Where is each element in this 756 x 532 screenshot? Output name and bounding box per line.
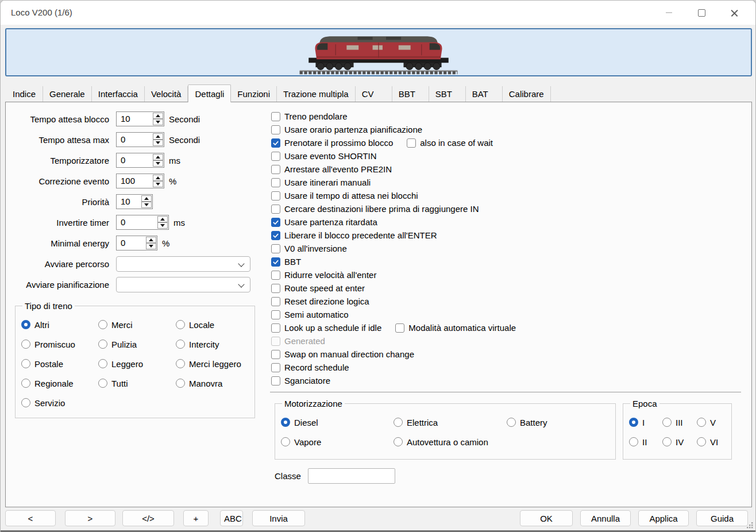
tempo-attesa-blocco-spinner[interactable]: 10 <box>116 111 164 126</box>
ok-button[interactable]: OK <box>520 510 573 526</box>
checkbox-generated[interactable]: Generated <box>271 336 325 346</box>
checkbox-v0-all-inversione[interactable]: V0 all'inversione <box>271 244 347 253</box>
minimal-energy-spinner[interactable]: 0 <box>116 236 157 250</box>
tab-dettagli[interactable]: Dettagli <box>188 84 231 102</box>
checkbox-sganciatore[interactable]: Sganciatore <box>271 376 330 385</box>
tab-bbt[interactable]: BBT <box>392 86 429 102</box>
spin-down-button[interactable] <box>146 243 156 249</box>
i-radio-label: I <box>642 418 645 427</box>
checkbox-usare-itinerari-manuali[interactable]: Usare itinerari manuali <box>271 178 371 187</box>
tab-bat[interactable]: BAT <box>466 86 503 102</box>
radio-diesel[interactable]: Diesel <box>281 417 394 428</box>
tab-funzioni[interactable]: Funzioni <box>231 86 277 102</box>
spin-up-button[interactable] <box>146 237 156 243</box>
spin-down-button[interactable] <box>153 181 163 187</box>
radio-vapore[interactable]: Vapore <box>281 436 394 448</box>
spin-up-button[interactable] <box>153 175 163 181</box>
resize-grip[interactable] <box>745 520 754 529</box>
radio-i[interactable]: I <box>629 417 662 428</box>
checkbox-usare-il-tempo-di-attesa-nei-blocchi[interactable]: Usare il tempo di attesa nei blocchi <box>271 191 418 201</box>
classe-input[interactable] <box>308 468 395 484</box>
radio-locale[interactable]: Locale <box>176 319 249 330</box>
radio-servizio[interactable]: Servizio <box>21 397 98 408</box>
temporizzatore-spinner[interactable]: 0 <box>116 153 164 168</box>
minimize-button[interactable] <box>653 1 685 25</box>
tempo-attesa-max-spinner[interactable]: 0 <box>116 132 164 147</box>
tab-velocit[interactable]: Velocità <box>145 86 188 102</box>
radio-postale[interactable]: Postale <box>21 358 98 369</box>
radio-regionale[interactable]: Regionale <box>21 377 98 389</box>
checkbox-usare-orario-partenza-pianificazione[interactable]: Usare orario partenza pianificazione <box>271 125 422 134</box>
radio-v[interactable]: V <box>697 417 726 428</box>
radio-merci[interactable]: Merci <box>98 319 176 330</box>
checkbox-reset-direzione-logica[interactable]: Reset direzione logica <box>271 296 369 306</box>
annulla-button[interactable]: Annulla <box>580 510 631 526</box>
tab-trazione-multipla[interactable]: Trazione multipla <box>277 86 356 102</box>
radio-merci-leggero[interactable]: Merci leggero <box>176 358 249 369</box>
checkbox-bbt[interactable]: BBT <box>271 257 301 267</box>
radio-battery[interactable]: Battery <box>507 417 610 428</box>
checkbox-usare-partenza-ritardata[interactable]: Usare partenza ritardata <box>271 217 377 227</box>
checkbox-modalit-automatica-virtuale[interactable]: Modalità automatica virtuale <box>395 323 516 333</box>
radio-iv[interactable]: IV <box>662 436 697 448</box>
radio-altri[interactable]: Altri <box>21 319 98 330</box>
checkbox-treno-pendolare[interactable]: Treno pendolare <box>271 111 348 121</box>
close-button[interactable] <box>718 1 751 25</box>
checkbox-look-up-a-schedule-if-idle[interactable]: Look up a schedule if idle <box>271 323 381 333</box>
priorit-spinner[interactable]: 10 <box>116 194 153 209</box>
radio-vi[interactable]: VI <box>697 436 726 448</box>
invertire-timer-spinner[interactable]: 0 <box>116 215 169 230</box>
guida-button[interactable]: Guida <box>696 510 748 526</box>
radio-iii[interactable]: III <box>662 417 697 428</box>
prev-loco-button[interactable]: < <box>5 510 56 526</box>
tab-calibrare[interactable]: Calibrare <box>503 86 551 102</box>
radio-promiscuo[interactable]: Promiscuo <box>21 338 98 350</box>
vapore-radio-icon <box>281 437 290 446</box>
radio-manovra[interactable]: Manovra <box>176 377 249 389</box>
radio-leggero[interactable]: Leggero <box>98 358 176 369</box>
radio-autovettura-o-camion[interactable]: Autovettura o camion <box>394 436 507 448</box>
spin-down-button[interactable] <box>157 222 168 229</box>
tab-cv[interactable]: CV <box>356 86 392 102</box>
checkbox-liberare-il-blocco-precedente-all-enter[interactable]: Liberare il blocco precedente all'ENTER <box>271 230 437 240</box>
avviare-pianificazione-dropdown[interactable] <box>116 277 250 292</box>
next-loco-button[interactable]: > <box>65 510 115 526</box>
tab-sbt[interactable]: SBT <box>429 86 466 102</box>
radio-intercity[interactable]: Intercity <box>176 338 249 350</box>
avviare-percorso-dropdown[interactable] <box>116 256 250 272</box>
tab-interfaccia[interactable]: Interfaccia <box>92 86 145 102</box>
spin-down-button[interactable] <box>153 160 163 167</box>
spin-down-button[interactable] <box>153 119 163 125</box>
correzione-evento-spinner[interactable]: 100 <box>116 174 164 188</box>
invia-button[interactable]: Invia <box>252 510 305 526</box>
applica-button[interactable]: Applica <box>638 510 689 526</box>
checkbox-semi-automatico[interactable]: Semi automatico <box>271 310 349 319</box>
spin-up-button[interactable] <box>153 154 163 160</box>
spin-up-button[interactable] <box>141 195 152 202</box>
abc-button[interactable]: ABC <box>220 510 243 526</box>
checkbox-route-speed-at-enter[interactable]: Route speed at enter <box>271 283 365 293</box>
xml-button[interactable]: </> <box>122 510 174 526</box>
checkbox-arrestare-all-evento-pre2in[interactable]: Arrestare all'evento PRE2IN <box>271 164 392 174</box>
checkbox-prenotare-il-prossimo-blocco[interactable]: Prenotare il prossimo blocco <box>271 138 393 148</box>
checkbox-record-schedule[interactable]: Record schedule <box>271 363 349 372</box>
checkbox-ridurre-velocit-all-enter[interactable]: Ridurre velocità all'enter <box>271 270 376 280</box>
radio-tutti[interactable]: Tutti <box>98 377 176 389</box>
add-button[interactable]: + <box>183 510 209 526</box>
tab-indice[interactable]: Indice <box>6 86 43 102</box>
checkbox-cercare-destinazioni-libere-prima-di-raggiungere-in[interactable]: Cercare destinazioni libere prima di rag… <box>271 204 479 214</box>
radio-elettrica[interactable]: Elettrica <box>394 417 507 428</box>
spin-up-button[interactable] <box>157 216 168 222</box>
radio-ii[interactable]: II <box>629 436 662 448</box>
checkbox-usare-evento-shortin[interactable]: Usare evento SHORTIN <box>271 151 377 161</box>
spin-down-button[interactable] <box>153 140 163 146</box>
checkbox-swap-on-manual-direction-change[interactable]: Swap on manual direction change <box>271 349 414 359</box>
maximize-button[interactable] <box>685 1 718 25</box>
window-title: Loco V200 (1/6) <box>11 1 72 25</box>
spin-up-button[interactable] <box>153 113 163 119</box>
spin-up-button[interactable] <box>153 133 163 140</box>
radio-pulizia[interactable]: Pulizia <box>98 338 176 350</box>
tab-generale[interactable]: Generale <box>43 86 92 102</box>
spin-down-button[interactable] <box>141 202 152 208</box>
checkbox-also-in-case-of-wait[interactable]: also in case of wait <box>407 138 493 148</box>
